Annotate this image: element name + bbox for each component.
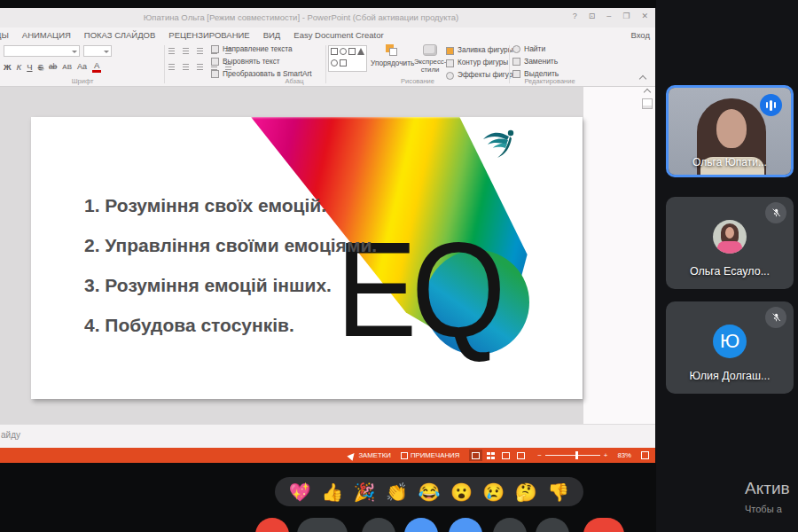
sign-in-link[interactable]: Вход — [631, 30, 651, 40]
leave-call-button[interactable] — [583, 518, 624, 532]
rectangle-shape-icon[interactable] — [331, 48, 338, 55]
group-separator — [325, 45, 326, 83]
laughing-face-reaction[interactable]: 😂 — [418, 483, 440, 501]
font-size-combobox[interactable] — [83, 45, 112, 57]
quick-styles-button[interactable]: Экспресс-стили — [414, 44, 446, 74]
scroll-up-button[interactable] — [645, 90, 650, 95]
character-spacing-button[interactable]: АВ — [62, 63, 72, 71]
find-button[interactable]: Найти — [512, 44, 575, 55]
font-buttons-row: Ж К Ч S ab АВ Aa А — [4, 60, 101, 73]
arrange-button[interactable]: Упорядочить — [371, 44, 413, 67]
surprised-face-reaction[interactable]: 😮 — [450, 483, 473, 501]
numbered-list-icon[interactable] — [183, 46, 192, 56]
bold-button[interactable]: Ж — [4, 62, 12, 72]
text-shadow-button[interactable]: S — [38, 62, 43, 72]
fit-slide-to-window-button[interactable] — [641, 451, 649, 459]
zoom-percentage[interactable]: 83% — [617, 451, 631, 459]
thinking-face-reaction[interactable]: 🤔 — [515, 483, 537, 501]
group-separator — [164, 45, 165, 83]
font-color-button[interactable]: А — [92, 60, 101, 73]
tab-animation[interactable]: АНИМАЦИЯ — [22, 30, 71, 40]
title-bar[interactable]: Юпатина Ольга [Режим совместимости] - Po… — [0, 8, 655, 27]
normal-view-button[interactable] — [469, 450, 482, 461]
notes-placeholder-partial: айду — [1, 430, 20, 440]
shapes-gallery[interactable] — [328, 45, 367, 72]
ellipse-shape-icon[interactable] — [340, 48, 347, 55]
underline-button[interactable]: Ч — [27, 62, 32, 72]
notes-pane[interactable]: айду — [0, 424, 655, 448]
zoom-slider-thumb[interactable] — [575, 451, 578, 459]
tab-slideshow[interactable]: ПОКАЗ СЛАЙДОВ — [84, 30, 155, 40]
strikethrough-button[interactable]: ab — [49, 62, 57, 71]
present-button[interactable] — [449, 518, 482, 532]
tab-review[interactable]: РЕЦЕНЗИРОВАНИЕ — [168, 30, 249, 40]
rounded-rectangle-shape-icon[interactable] — [348, 48, 356, 55]
camera-button[interactable] — [297, 518, 348, 532]
notes-toggle-button[interactable]: ЗАМЕТКИ — [348, 451, 391, 459]
convert-smartart-button[interactable]: Преобразовать в SmartArt — [211, 69, 326, 80]
restore-icon[interactable]: ❐ — [622, 12, 630, 20]
scrollbar-thumb[interactable] — [642, 98, 653, 109]
tab-easy-document-creator[interactable]: Easy Document Creator — [293, 30, 383, 40]
zoom-slider[interactable] — [545, 455, 600, 456]
shape-outline-icon — [446, 59, 454, 67]
chevron-up-icon — [639, 75, 646, 82]
slide[interactable]: EQ 1. Розуміння своїх емоцій. 2. Управлі… — [31, 117, 583, 399]
reading-view-button[interactable] — [499, 450, 512, 461]
participant-avatar — [713, 220, 747, 254]
slideshow-view-button[interactable] — [514, 450, 528, 461]
participant-tile-speaking[interactable]: Ольга Юпати... — [666, 85, 794, 177]
chevron-up-icon — [644, 89, 651, 96]
more-options-button[interactable] — [536, 518, 569, 532]
zoom-in-button[interactable]: + — [604, 451, 608, 459]
font-name-combobox[interactable] — [4, 45, 80, 57]
slide-sorter-view-button[interactable] — [484, 450, 497, 461]
tab-transitions-partial[interactable]: ДЫ — [0, 30, 9, 40]
replace-button[interactable]: Заменить — [512, 57, 575, 67]
normal-view-icon — [472, 452, 480, 459]
reaction-button[interactable] — [404, 518, 438, 532]
windows-activation-watermark: Актив Чтобы а — [745, 479, 798, 514]
arc-shape-icon[interactable] — [331, 59, 338, 66]
shape-format-commands: Заливка фигуры Контур фигуры Эффекты фиг… — [446, 44, 508, 82]
align-left-icon[interactable] — [168, 62, 178, 72]
ribbon-tab-bar: ДЫ АНИМАЦИЯ ПОКАЗ СЛАЙДОВ РЕЦЕНЗИРОВАНИЕ… — [0, 27, 655, 43]
comments-toggle-button[interactable]: ПРИМЕЧАНИЯ — [401, 451, 459, 459]
participant-tile[interactable]: Ю Юлия Долгаш... — [666, 301, 794, 394]
thumbs-up-reaction[interactable]: 👍 — [321, 483, 343, 501]
align-center-icon[interactable] — [183, 62, 192, 72]
participant-tile[interactable]: Ольга Есауло... — [666, 197, 794, 289]
captions-button[interactable] — [362, 518, 395, 532]
clapping-hands-reaction[interactable]: 👏 — [386, 483, 408, 501]
text-direction-button[interactable]: Направление текста — [211, 44, 326, 55]
align-text-button[interactable]: Выровнять текст — [211, 57, 326, 67]
decrease-indent-icon[interactable] — [197, 46, 207, 56]
collapse-ribbon-button[interactable] — [640, 76, 646, 82]
help-icon[interactable]: ? — [573, 12, 577, 20]
quick-styles-icon — [423, 44, 437, 56]
change-case-button[interactable]: Aa — [77, 62, 87, 71]
party-popper-reaction[interactable]: 🎉 — [354, 483, 376, 501]
ribbon: Ж К Ч S ab АВ Aa А Шрифт — [0, 43, 655, 87]
shape-fill-button[interactable]: Заливка фигуры — [446, 46, 508, 57]
thumbs-down-reaction[interactable]: 👎 — [547, 483, 569, 501]
shape-outline-button[interactable]: Контур фигуры — [446, 59, 508, 69]
sparkling-heart-reaction[interactable]: 💖 — [289, 483, 311, 501]
star-shape-icon[interactable] — [340, 59, 347, 66]
tab-view[interactable]: ВИД — [263, 30, 281, 40]
close-icon[interactable]: ✕ — [641, 12, 648, 20]
align-right-icon[interactable] — [197, 62, 207, 72]
zoom-out-button[interactable]: − — [537, 451, 542, 459]
italic-button[interactable]: К — [17, 62, 22, 72]
minimize-icon[interactable]: – — [606, 12, 611, 20]
triangle-shape-icon[interactable] — [357, 48, 364, 55]
comments-icon — [401, 452, 408, 459]
hand-raise-button[interactable] — [493, 518, 527, 532]
mic-button[interactable] — [255, 518, 289, 532]
ribbon-options-icon[interactable]: ⊡ — [589, 12, 596, 20]
mic-off-icon — [765, 202, 786, 223]
activation-line1: Актив — [745, 479, 798, 498]
crying-face-reaction[interactable]: 😢 — [482, 483, 505, 501]
bullet-list-icon[interactable] — [168, 46, 178, 56]
bird-logo-icon — [481, 129, 520, 160]
